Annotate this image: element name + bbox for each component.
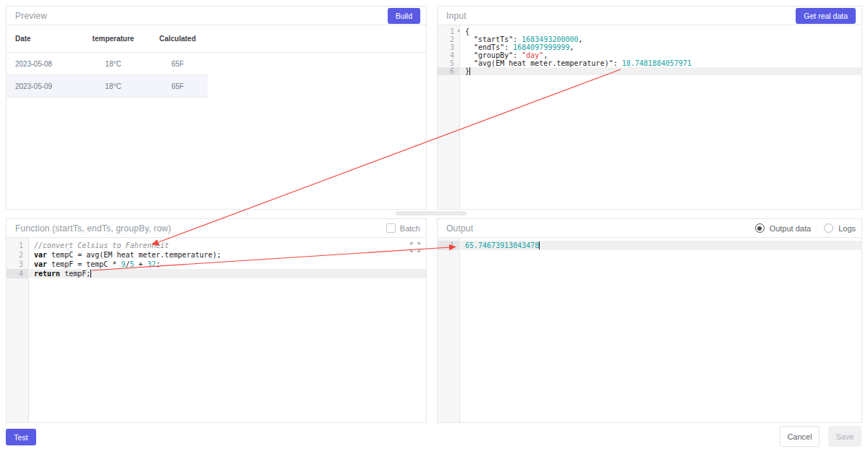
text-cursor <box>469 67 470 75</box>
preview-table: Date temperature Calculated 2023-05-0818… <box>7 25 426 98</box>
preview-panel: Preview Build Date temperature Calculate… <box>6 6 427 210</box>
code-line[interactable]: 2 "startTs": 1683493200000, <box>438 35 861 43</box>
code-line[interactable]: 6} <box>438 67 861 75</box>
radio-selected-icon <box>755 223 765 233</box>
output-code-editor[interactable]: 165.74673913043478 <box>438 238 861 422</box>
test-button[interactable]: Test <box>6 429 36 445</box>
code-text: //convert Celsius to Fahrenheit <box>28 241 426 250</box>
batch-checkbox[interactable] <box>386 223 396 233</box>
input-panel-title: Input <box>446 11 467 21</box>
code-text: "startTs": 1683493200000, <box>459 35 861 43</box>
function-code-editor[interactable]: 1//convert Celsius to Fahrenheit2var tem… <box>7 238 426 422</box>
table-cell: 2023-05-09 <box>7 82 79 90</box>
code-line[interactable]: 1▾{ <box>438 27 861 35</box>
input-code-editor[interactable]: 1▾{2 "startTs": 1683493200000,3 "endTs":… <box>438 25 861 209</box>
line-number: 3 <box>438 43 459 51</box>
input-panel-header: Input Get real data <box>438 7 861 25</box>
radio-output-data-label: Output data <box>770 224 812 233</box>
table-row[interactable]: 2023-05-0918°C65F <box>7 75 208 98</box>
function-panel-title: Function (startTs, endTs, groupBy, row) <box>15 223 171 234</box>
code-text: { <box>459 27 861 35</box>
column-header-date: Date <box>7 35 79 43</box>
code-line[interactable]: 4return tempF; <box>7 269 426 278</box>
preview-table-body: 2023-05-0818°C65F2023-05-0918°C65F <box>7 53 426 98</box>
line-number: 1 <box>7 241 28 250</box>
batch-checkbox-wrap: Batch <box>386 223 420 233</box>
radio-logs-label: Logs <box>838 224 856 233</box>
function-panel: Function (startTs, endTs, groupBy, row) … <box>6 218 427 423</box>
output-panel: Output Output data Logs 165.746739130434… <box>437 218 862 423</box>
output-mode-radio-group: Output data Logs <box>755 223 856 233</box>
code-line[interactable]: 4 "groupBy": "day", <box>438 51 861 59</box>
code-text: } <box>459 67 861 75</box>
column-header-temperature: temperature <box>79 35 148 43</box>
line-number: 1 <box>438 241 459 250</box>
splitter-handle[interactable] <box>396 211 467 215</box>
line-number: 4 <box>438 51 459 59</box>
output-panel-title: Output <box>446 223 473 234</box>
text-cursor <box>90 270 91 278</box>
code-text: return tempF; <box>28 269 426 278</box>
code-line[interactable]: 5 "avg(EM heat meter.temperature)": 18.7… <box>438 59 861 67</box>
preview-panel-header: Preview Build <box>7 7 426 25</box>
line-number: 6 <box>438 67 459 75</box>
table-cell: 2023-05-08 <box>7 60 79 68</box>
code-line[interactable]: 3 "endTs": 1684097999999, <box>438 43 861 51</box>
table-cell: 65F <box>148 60 208 68</box>
table-cell: 18°C <box>79 82 148 90</box>
output-panel-header: Output Output data Logs <box>438 219 861 238</box>
radio-unselected-icon <box>824 223 833 233</box>
get-real-data-button[interactable]: Get real data <box>796 8 856 24</box>
table-cell: 65F <box>148 82 208 90</box>
line-number: 2 <box>7 250 28 260</box>
line-number: 4 <box>7 269 28 278</box>
fold-arrow-icon[interactable]: ▾ <box>457 27 460 35</box>
code-text: "endTs": 1684097999999, <box>459 43 861 51</box>
code-text: 65.74673913043478 <box>459 241 861 250</box>
code-line[interactable]: 2var tempC = avg(EM heat meter.temperatu… <box>7 250 426 260</box>
output-gutter-divider <box>459 238 460 422</box>
line-number: 3 <box>7 260 28 269</box>
output-editor-gutter <box>438 238 459 422</box>
rule-builder-page: Preview Build Date temperature Calculate… <box>0 0 868 449</box>
batch-checkbox-label: Batch <box>400 224 420 233</box>
build-button[interactable]: Build <box>388 8 420 24</box>
cancel-button[interactable]: Cancel <box>780 426 820 447</box>
line-number: 5 <box>438 59 459 67</box>
fullscreen-icon[interactable] <box>410 242 420 252</box>
preview-panel-title: Preview <box>15 11 47 21</box>
code-line[interactable]: 1//convert Celsius to Fahrenheit <box>7 241 426 250</box>
preview-table-header: Date temperature Calculated <box>7 25 426 53</box>
table-row[interactable]: 2023-05-0818°C65F <box>7 53 208 75</box>
code-line[interactable]: 165.74673913043478 <box>438 241 861 250</box>
radio-logs[interactable]: Logs <box>824 223 856 233</box>
table-cell: 18°C <box>79 60 148 68</box>
code-text: var tempF = tempC * 9/5 + 32; <box>28 260 426 269</box>
code-text: "groupBy": "day", <box>459 51 861 59</box>
radio-output-data[interactable]: Output data <box>755 223 812 233</box>
save-button[interactable]: Save <box>828 426 861 447</box>
line-number: 1▾ <box>438 27 459 35</box>
code-text: var tempC = avg(EM heat meter.temperatur… <box>28 250 426 260</box>
function-panel-header: Function (startTs, endTs, groupBy, row) … <box>7 219 426 238</box>
code-text: "avg(EM heat meter.temperature)": 18.748… <box>459 59 861 67</box>
column-header-calculated: Calculated <box>148 35 208 43</box>
text-cursor <box>539 241 540 249</box>
code-line[interactable]: 3var tempF = tempC * 9/5 + 32; <box>7 260 426 269</box>
input-panel: Input Get real data 1▾{2 "startTs": 1683… <box>437 6 862 210</box>
line-number: 2 <box>438 35 459 43</box>
